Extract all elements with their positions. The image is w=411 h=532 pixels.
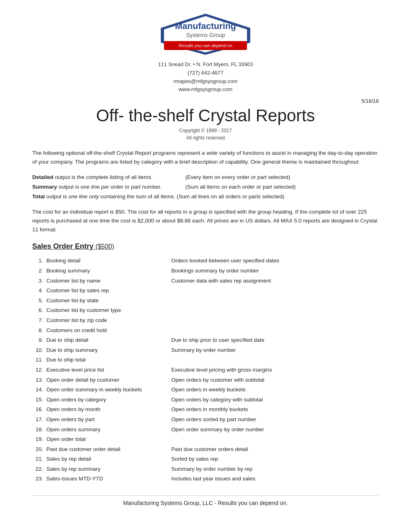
total-bold: Total [32, 193, 45, 200]
open-orders-summary-item: 18. Open orders summary Open order summa… [32, 425, 379, 434]
list-item: 21. Sales by rep detail Sorted by sales … [32, 455, 379, 463]
website: www.mfgsysgroup.com [32, 85, 379, 94]
copyright: Copyright © 1999 - 2017 All rights reser… [32, 127, 379, 141]
main-title: Off- the-shelf Crystal Reports [32, 106, 379, 125]
logo-container: Manufacturing Systems Group Results you … [32, 12, 379, 56]
svg-text:Results you can depend on: Results you can depend on [179, 43, 232, 48]
copyright-line2: All rights reserved [32, 134, 379, 141]
items-list: 1. Booking detail Orders booked between … [32, 256, 379, 483]
address-line1: 111 Snead Dr. • N. Fort Myers, FL 33903 [32, 60, 379, 69]
pricing-paragraph: The cost for an individual report is $50… [32, 208, 379, 235]
email: rmapes@mfgsysgroup.com [32, 77, 379, 86]
list-item: 9. Due to ship detail Due to ship prior … [32, 336, 379, 345]
footer: Manufacturing Systems Group, LLC - Resul… [32, 495, 379, 506]
section-sales-order-entry: Sales Order Entry ($500) 1. Booking deta… [32, 242, 379, 483]
intro-paragraph: The following optional off-the-shelf Cry… [32, 149, 379, 167]
list-item: 17. Open orders by part Open orders sort… [32, 415, 379, 424]
list-item: 10. Due to ship summary Summary by order… [32, 346, 379, 355]
section-heading: Sales Order Entry ($500) [32, 242, 379, 251]
list-item: 11. Due to ship total [32, 355, 379, 364]
summary-bold: Summary [32, 184, 57, 190]
svg-text:Manufacturing: Manufacturing [175, 21, 236, 31]
list-item: 5. Customer list by state [32, 296, 379, 305]
phone: (727) 642-4677 [32, 69, 379, 77]
detailed-bold: Detailed [32, 174, 54, 180]
list-item: 13. Open order detail by customer Open o… [32, 376, 379, 384]
page-header: Manufacturing Systems Group Results you … [32, 12, 379, 94]
list-item: 15. Open orders by category Open orders … [32, 395, 379, 404]
list-item: 16. Open orders by month Open orders in … [32, 405, 379, 414]
list-item: 19. Open order total [32, 435, 379, 444]
section-price: ($500) [95, 243, 114, 250]
output-summary: Summary output is one line per order or … [32, 182, 379, 192]
list-item: 23. Sales-issues MTD-YTD Includes last y… [32, 474, 379, 483]
list-item: 7. Customer list by zip code [32, 316, 379, 325]
date: 5/18/18 [32, 98, 379, 104]
section-title: Sales Order Entry [32, 242, 93, 250]
output-detailed: Detailed output is the complete listing … [32, 172, 379, 182]
svg-text:Systems Group: Systems Group [186, 32, 225, 38]
output-total: Total output is one line only containing… [32, 192, 379, 202]
list-item: 4. Customer list by sales rep [32, 286, 379, 295]
contact-info: 111 Snead Dr. • N. Fort Myers, FL 33903 … [32, 60, 379, 94]
list-item: 6. Customer list by customer type [32, 306, 379, 315]
company-logo: Manufacturing Systems Group Results you … [159, 12, 252, 56]
output-types: Detailed output is the complete listing … [32, 172, 379, 202]
detailed-desc: (Every item on every order or part selec… [185, 172, 290, 182]
summary-desc: (Sum all items on each order or part sel… [185, 182, 296, 192]
list-item: 22. Sales by rep summary Summary by orde… [32, 465, 379, 474]
list-item: 14. Open order summary in weekly buckets… [32, 385, 379, 394]
list-item: 8. Customers on credit hold [32, 326, 379, 335]
list-item: 20. Past due customer order detail Past … [32, 445, 379, 454]
list-item: 1. Booking detail Orders booked between … [32, 256, 379, 265]
list-item: 12. Executive level price list Executive… [32, 366, 379, 374]
copyright-line1: Copyright © 1999 - 2017 [32, 127, 379, 134]
list-item: 2. Booking summary Bookings summary by o… [32, 266, 379, 275]
list-item: 3. Customer list by name Customer data w… [32, 276, 379, 285]
